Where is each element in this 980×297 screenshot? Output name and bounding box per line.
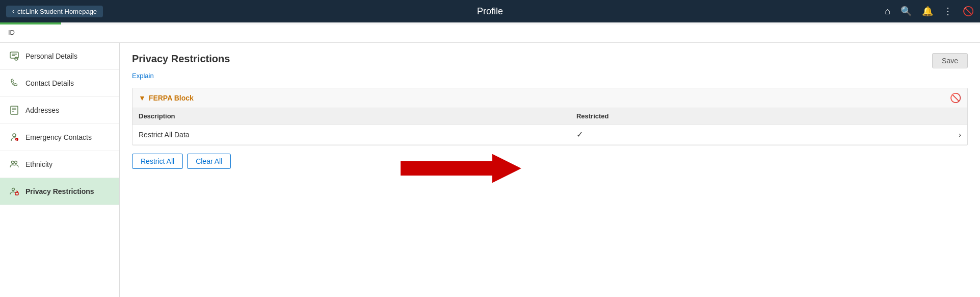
main-content-area: Privacy Restrictions Save Explain ▼ FERP… [120, 43, 980, 297]
restricted-cell: ✓ [556, 125, 952, 145]
restrict-all-button[interactable]: Restrict All [132, 154, 183, 169]
personal-details-icon [8, 50, 20, 62]
row-chevron[interactable]: › [952, 125, 967, 145]
save-button[interactable]: Save [932, 53, 968, 68]
addresses-icon [8, 104, 20, 116]
svg-point-8 [13, 134, 16, 137]
home-icon[interactable]: ⌂ [885, 6, 890, 17]
search-icon[interactable]: 🔍 [900, 6, 912, 17]
personal-details-label: Personal Details [25, 52, 77, 60]
addresses-label: Addresses [25, 106, 59, 114]
clear-all-button[interactable]: Clear All [187, 154, 231, 169]
privacy-restrictions-icon [8, 185, 20, 197]
table-row[interactable]: Restrict All Data ✓ › [133, 125, 967, 145]
table-header-row: Description Restricted [133, 108, 967, 125]
page-nav-title: Profile [477, 6, 503, 17]
emergency-contacts-label: Emergency Contacts [25, 133, 92, 141]
description-cell: Restrict All Data [133, 125, 556, 145]
checkmark-icon: ✓ [576, 130, 583, 139]
svg-point-3 [15, 57, 18, 60]
nav-icons-group: ⌂ 🔍 🔔 ⋮ 🚫 [885, 6, 974, 17]
sidebar: Personal Details Contact Details Address… [0, 43, 120, 297]
action-buttons: Restrict All Clear All [132, 154, 968, 169]
svg-point-12 [15, 161, 17, 164]
description-column-header: Description [133, 108, 556, 125]
block-icon[interactable]: 🚫 [963, 6, 974, 17]
back-button[interactable]: ‹ ctcLink Student Homepage [6, 6, 103, 17]
svg-rect-4 [11, 106, 18, 114]
sidebar-item-personal-details[interactable]: Personal Details [0, 43, 119, 70]
ferpa-section: ▼ FERPA Block 🚫 Description Restricted [132, 88, 968, 145]
id-label: ID [8, 29, 15, 36]
ethnicity-icon [8, 158, 20, 170]
sidebar-item-privacy-restrictions[interactable]: Privacy Restrictions [0, 178, 119, 205]
page-title: Privacy Restrictions [132, 53, 230, 65]
privacy-restrictions-label: Privacy Restrictions [25, 187, 94, 195]
contact-details-icon [8, 77, 20, 89]
ferpa-collapse-icon: ▼ [139, 94, 146, 102]
restrictions-table: Description Restricted Restrict All Data… [133, 108, 967, 145]
ferpa-title[interactable]: ▼ FERPA Block [139, 94, 194, 102]
emergency-contacts-icon: ! [8, 131, 20, 143]
sidebar-item-ethnicity[interactable]: Ethnicity [0, 151, 119, 178]
ferpa-block-icon: 🚫 [950, 92, 961, 104]
ferpa-header: ▼ FERPA Block 🚫 [133, 88, 967, 108]
bell-icon[interactable]: 🔔 [922, 6, 933, 17]
svg-point-13 [12, 188, 15, 191]
id-bar: ID [0, 24, 980, 43]
sidebar-item-addresses[interactable]: Addresses [0, 97, 119, 124]
main-layout: Personal Details Contact Details Address… [0, 43, 980, 297]
svg-point-11 [12, 161, 14, 164]
contact-details-label: Contact Details [25, 79, 74, 87]
chevron-left-icon: ‹ [12, 8, 14, 15]
back-button-label: ctcLink Student Homepage [17, 8, 97, 15]
sidebar-item-emergency-contacts[interactable]: ! Emergency Contacts [0, 124, 119, 151]
svg-rect-14 [15, 192, 18, 195]
top-navigation: ‹ ctcLink Student Homepage Profile ⌂ 🔍 🔔… [0, 0, 980, 22]
explain-link[interactable]: Explain [132, 72, 154, 80]
sidebar-item-contact-details[interactable]: Contact Details [0, 70, 119, 97]
page-header: Privacy Restrictions Save [132, 53, 968, 68]
restricted-column-header: Restricted [556, 108, 952, 125]
ethnicity-label: Ethnicity [25, 160, 52, 168]
ferpa-title-label: FERPA Block [149, 94, 194, 102]
more-options-icon[interactable]: ⋮ [943, 6, 952, 17]
